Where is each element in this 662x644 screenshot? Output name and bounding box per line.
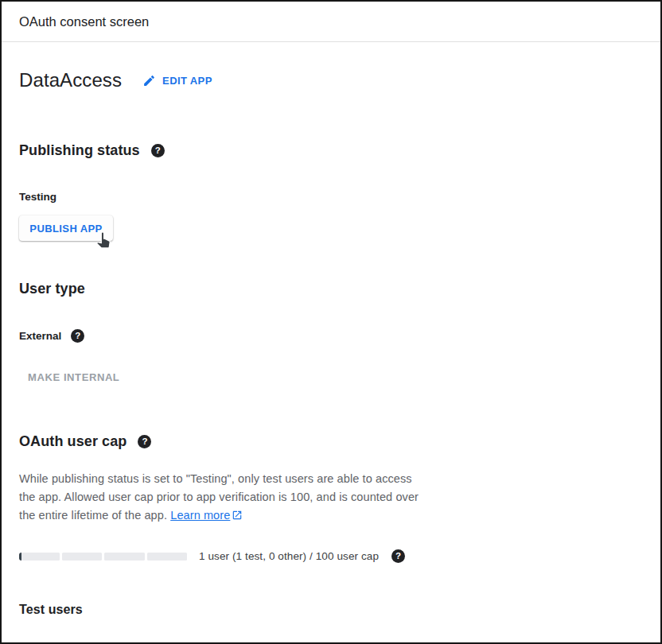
help-icon[interactable]: ? [391,549,405,563]
test-users-title: Test users [19,603,83,617]
app-row: DataAccess EDIT APP [19,69,643,91]
status-testing-label: Testing [19,191,56,203]
external-label: External [19,330,61,342]
user-type-value: External ? [19,329,643,343]
page-title: OAuth consent screen [19,14,149,29]
user-cap-usage-row: 1 user (1 test, 0 other) / 100 user cap … [19,549,643,563]
description-line-3: the entire lifetime of the app. Learn mo… [19,506,643,525]
oauth-user-cap-title: OAuth user cap [19,433,127,450]
test-users-heading: Test users [19,603,643,617]
edit-app-button[interactable]: EDIT APP [142,74,212,87]
page-content: DataAccess EDIT APP Publishing status ? … [2,69,660,617]
progress-segment [147,553,188,561]
user-type-heading: User type [19,281,643,297]
publishing-status-heading: Publishing status ? [19,142,643,159]
description-line-3-text: the entire lifetime of the app. [19,509,167,522]
help-icon[interactable]: ? [71,329,84,343]
help-icon[interactable]: ? [138,435,151,448]
usage-text: 1 user (1 test, 0 other) / 100 user cap [199,550,379,562]
help-icon[interactable]: ? [151,144,165,157]
edit-app-label: EDIT APP [162,75,212,87]
progress-fill [19,553,21,561]
publishing-status-value: Testing [19,191,643,203]
open-in-new-icon [232,510,243,521]
progress-segment [19,553,60,561]
make-internal-button[interactable]: MAKE INTERNAL [28,371,119,383]
user-type-title: User type [19,281,85,297]
progress-segment [104,553,145,561]
publishing-status-title: Publishing status [19,142,140,159]
user-cap-progress-bar [19,553,187,561]
oauth-user-cap-heading: OAuth user cap ? [19,433,643,450]
publish-app-button[interactable]: PUBLISH APP [19,215,113,241]
publish-app-area: PUBLISH APP [19,215,113,241]
description-line-2: the app. Allowed user cap prior to app v… [19,488,643,506]
app-name: DataAccess [19,69,122,91]
description-line-1: While publishing status is set to "Testi… [19,470,643,488]
user-cap-description: While publishing status is set to "Testi… [19,470,643,525]
pencil-icon [142,74,156,87]
learn-more-link[interactable]: Learn more [170,506,230,525]
learn-more-label: Learn more [170,506,230,525]
progress-segment [62,553,103,561]
oauth-consent-window: OAuth consent screen DataAccess EDIT APP… [0,0,662,644]
page-header: OAuth consent screen [2,2,660,42]
